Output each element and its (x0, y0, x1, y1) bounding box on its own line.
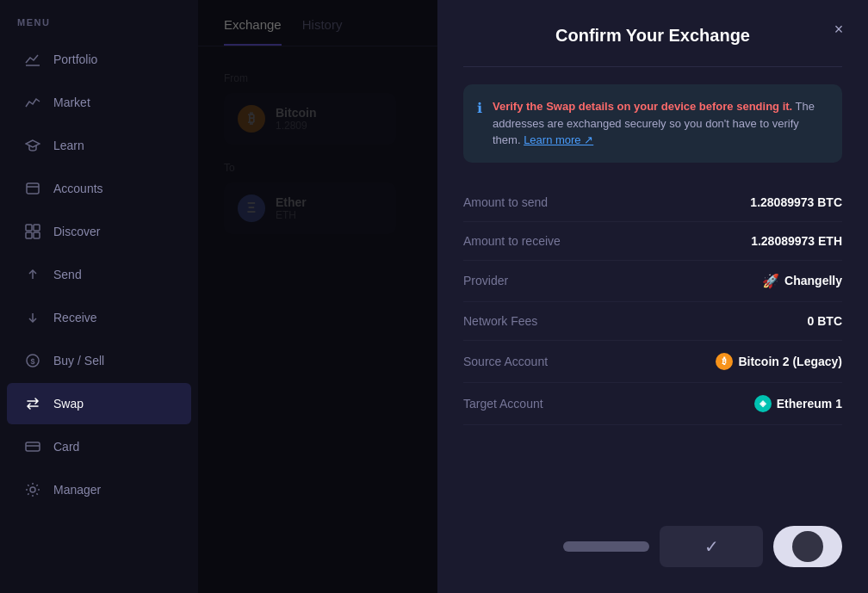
portfolio-icon (24, 51, 41, 68)
modal-bottom-actions: ✓ (463, 509, 842, 567)
sidebar-item-portfolio[interactable]: Portfolio (7, 39, 191, 80)
sidebar-item-send[interactable]: Send (7, 254, 191, 295)
sidebar-label-manager: Manager (53, 483, 101, 497)
sidebar-item-discover[interactable]: Discover (7, 211, 191, 252)
accounts-icon (24, 180, 41, 197)
sidebar-label-discover: Discover (53, 225, 100, 238)
sidebar-label-accounts: Accounts (53, 182, 103, 195)
modal-close-button[interactable]: × (827, 17, 851, 41)
eth-account-badge: ◈ (754, 395, 772, 412)
menu-label: MENU (0, 17, 198, 38)
target-account-label: Target Account (463, 397, 543, 411)
confirm-checkmark-button[interactable]: ✓ (660, 526, 763, 567)
modal-divider (463, 66, 842, 67)
discover-icon (24, 223, 41, 240)
hardware-connector (563, 541, 649, 552)
detail-row-amount-send: Amount to send 1.28089973 BTC (463, 183, 842, 222)
svg-rect-11 (26, 442, 40, 451)
info-text-bold: Verify the Swap details on your device b… (493, 100, 792, 113)
amount-receive-value: 1.28089973 ETH (751, 234, 842, 248)
amount-send-value: 1.28089973 BTC (750, 195, 842, 209)
manager-icon (24, 481, 41, 498)
sidebar-item-card[interactable]: Card (7, 426, 191, 467)
sidebar-label-receive: Receive (53, 311, 97, 324)
buy-sell-icon: $ (24, 352, 41, 369)
hardware-device-circle (773, 526, 842, 567)
network-fees-value: 0 BTC (808, 314, 842, 328)
learn-icon (24, 137, 41, 154)
target-account-value: ◈ Ethereum 1 (754, 395, 842, 412)
amount-receive-label: Amount to receive (463, 234, 561, 248)
svg-point-13 (30, 487, 35, 492)
detail-row-provider: Provider 🚀 Changelly (463, 261, 842, 302)
provider-value: 🚀 Changelly (762, 273, 842, 289)
svg-rect-4 (34, 225, 40, 231)
source-account-value: ₿ Bitcoin 2 (Legacy) (716, 353, 842, 370)
amount-send-label: Amount to send (463, 195, 548, 209)
sidebar-label-swap: Swap (53, 397, 84, 411)
learn-more-link[interactable]: Learn more ↗ (524, 133, 593, 146)
detail-row-network-fees: Network Fees 0 BTC (463, 302, 842, 341)
detail-row-amount-receive: Amount to receive 1.28089973 ETH (463, 222, 842, 261)
sidebar-item-swap[interactable]: Swap (7, 383, 191, 424)
svg-rect-5 (26, 232, 32, 238)
sidebar-label-card: Card (53, 440, 79, 454)
card-icon (24, 438, 41, 455)
info-box: ℹ Verify the Swap details on your device… (463, 84, 842, 163)
confirm-exchange-modal: × Confirm Your Exchange ℹ Verify the Swa… (437, 0, 868, 593)
svg-text:$: $ (30, 357, 34, 366)
market-icon (24, 94, 41, 111)
sidebar-item-receive[interactable]: Receive (7, 297, 191, 338)
modal-title: Confirm Your Exchange (463, 26, 842, 46)
btc-account-badge: ₿ (716, 353, 733, 370)
sidebar-item-market[interactable]: Market (7, 82, 191, 123)
source-account-label: Source Account (463, 355, 548, 368)
send-icon (24, 266, 41, 283)
sidebar-label-buy-sell: Buy / Sell (53, 354, 104, 368)
receive-icon (24, 309, 41, 326)
swap-icon (24, 395, 41, 412)
info-text: Verify the Swap details on your device b… (493, 98, 828, 149)
sidebar-item-buy-sell[interactable]: $ Buy / Sell (7, 340, 191, 381)
svg-rect-3 (26, 225, 32, 231)
sidebar-label-learn: Learn (53, 139, 84, 152)
sidebar-item-manager[interactable]: Manager (7, 469, 191, 510)
info-icon: ℹ (477, 100, 482, 149)
svg-rect-6 (34, 232, 40, 238)
checkmark-icon: ✓ (704, 536, 719, 557)
sidebar: MENU Portfolio Market Learn (0, 0, 198, 593)
svg-rect-1 (27, 183, 39, 194)
sidebar-item-learn[interactable]: Learn (7, 125, 191, 166)
detail-row-target-account: Target Account ◈ Ethereum 1 (463, 383, 842, 425)
sidebar-label-send: Send (53, 268, 82, 281)
detail-row-source-account: Source Account ₿ Bitcoin 2 (Legacy) (463, 341, 842, 383)
sidebar-label-market: Market (53, 96, 90, 109)
sidebar-item-accounts[interactable]: Accounts (7, 168, 191, 209)
network-fees-label: Network Fees (463, 314, 537, 328)
connector-bar (563, 541, 649, 552)
sidebar-label-portfolio: Portfolio (53, 53, 97, 66)
provider-label: Provider (463, 274, 508, 287)
provider-icon: 🚀 (762, 273, 779, 289)
